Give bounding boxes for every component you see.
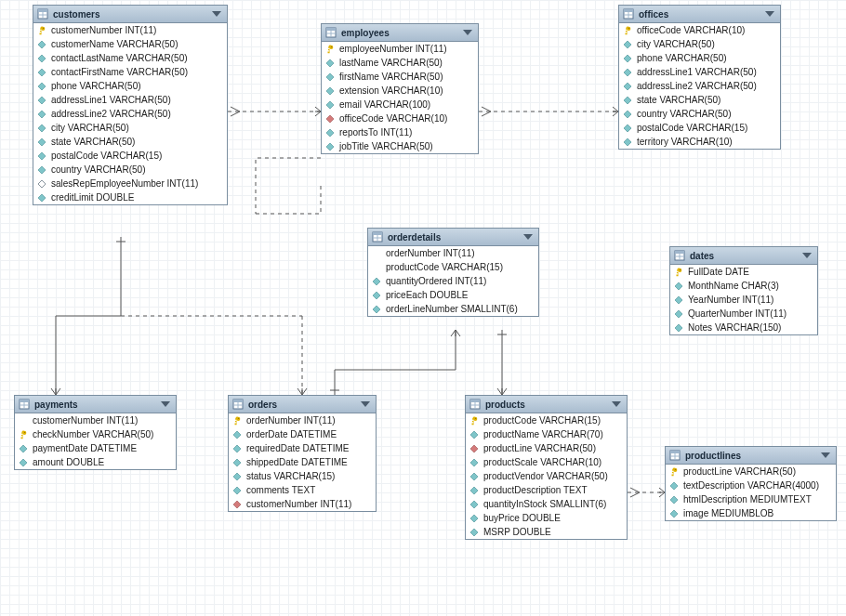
column-text: phone VARCHAR(50) xyxy=(637,53,727,63)
column-row[interactable]: customerNumber INT(11) xyxy=(15,413,176,427)
column-row[interactable]: buyPrice DOUBLE xyxy=(466,511,627,525)
column-row[interactable]: MonthName CHAR(3) xyxy=(670,279,817,293)
column-row[interactable]: city VARCHAR(50) xyxy=(619,37,780,51)
column-row[interactable]: addressLine2 VARCHAR(50) xyxy=(619,79,780,93)
entity-header[interactable]: employees xyxy=(322,24,478,42)
column-row[interactable]: orderLineNumber SMALLINT(6) xyxy=(368,302,538,316)
column-row[interactable]: image MEDIUMBLOB xyxy=(666,506,836,520)
column-row[interactable]: customerNumber INT(11) xyxy=(229,497,376,511)
entity-header[interactable]: customers xyxy=(33,6,227,23)
svg-marker-92 xyxy=(675,310,682,318)
column-row[interactable]: officeCode VARCHAR(10) xyxy=(322,111,478,125)
column-row[interactable]: employeeNumber INT(11) xyxy=(322,42,478,56)
entity-productlines[interactable]: productlinesproductLine VARCHAR(50)textD… xyxy=(665,446,837,521)
collapse-toggle-icon[interactable] xyxy=(463,30,472,35)
column-row[interactable]: customerName VARCHAR(50) xyxy=(33,37,227,51)
entity-header[interactable]: offices xyxy=(619,6,780,23)
column-row[interactable]: phone VARCHAR(50) xyxy=(619,51,780,65)
column-row[interactable]: Notes VARCHAR(150) xyxy=(670,321,817,334)
entity-orderdetails[interactable]: orderdetailsorderNumber INT(11)productCo… xyxy=(367,228,539,317)
column-row[interactable]: productLine VARCHAR(50) xyxy=(466,441,627,455)
column-row[interactable]: MSRP DOUBLE xyxy=(466,525,627,539)
column-row[interactable]: contactLastName VARCHAR(50) xyxy=(33,51,227,65)
entity-orders[interactable]: ordersorderNumber INT(11)orderDate DATET… xyxy=(228,395,377,512)
column-row[interactable]: state VARCHAR(50) xyxy=(33,135,227,149)
column-row[interactable]: amount DOUBLE xyxy=(15,455,176,469)
entity-payments[interactable]: paymentscustomerNumber INT(11)checkNumbe… xyxy=(14,395,177,470)
column-row[interactable]: productVendor VARCHAR(50) xyxy=(466,469,627,483)
column-row[interactable]: territory VARCHAR(10) xyxy=(619,135,780,149)
column-row[interactable]: productCode VARCHAR(15) xyxy=(466,413,627,427)
column-row[interactable]: salesRepEmployeeNumber INT(11) xyxy=(33,177,227,190)
column-text: orderNumber INT(11) xyxy=(246,415,336,426)
column-row[interactable]: quantityOrdered INT(11) xyxy=(368,274,538,288)
column-row[interactable]: country VARCHAR(50) xyxy=(33,163,227,177)
column-row[interactable]: productScale VARCHAR(10) xyxy=(466,455,627,469)
collapse-toggle-icon[interactable] xyxy=(765,11,774,17)
column-row[interactable]: quantityInStock SMALLINT(6) xyxy=(466,497,627,511)
entity-header[interactable]: orders xyxy=(229,396,376,413)
column-row[interactable]: paymentDate DATETIME xyxy=(15,441,176,455)
entity-offices[interactable]: officesofficeCode VARCHAR(10)city VARCHA… xyxy=(618,5,781,150)
column-row[interactable]: postalCode VARCHAR(15) xyxy=(619,121,780,135)
entity-header[interactable]: products xyxy=(466,396,627,413)
column-row[interactable]: checkNumber VARCHAR(50) xyxy=(15,427,176,441)
column-row[interactable]: productLine VARCHAR(50) xyxy=(666,465,836,478)
collapse-toggle-icon[interactable] xyxy=(361,401,370,407)
column-row[interactable]: email VARCHAR(100) xyxy=(322,98,478,111)
column-row[interactable]: productName VARCHAR(70) xyxy=(466,427,627,441)
column-row[interactable]: officeCode VARCHAR(10) xyxy=(619,23,780,37)
table-icon xyxy=(469,399,481,410)
column-row[interactable]: lastName VARCHAR(50) xyxy=(322,56,478,70)
column-row[interactable]: FullDate DATE xyxy=(670,265,817,279)
column-row[interactable]: shippedDate DATETIME xyxy=(229,455,376,469)
column-row[interactable]: YearNumber INT(11) xyxy=(670,293,817,307)
column-row[interactable]: addressLine2 VARCHAR(50) xyxy=(33,107,227,121)
collapse-toggle-icon[interactable] xyxy=(212,11,221,17)
column-row[interactable]: postalCode VARCHAR(15) xyxy=(33,149,227,163)
column-row[interactable]: requiredDate DATETIME xyxy=(229,441,376,455)
entity-header[interactable]: dates xyxy=(670,247,817,265)
entity-header[interactable]: payments xyxy=(15,396,176,413)
column-row[interactable]: reportsTo INT(11) xyxy=(322,125,478,139)
column-icon xyxy=(674,323,683,333)
entity-header[interactable]: orderdetails xyxy=(368,229,538,246)
entity-customers[interactable]: customerscustomerNumber INT(11)customerN… xyxy=(33,5,228,205)
column-row[interactable]: addressLine1 VARCHAR(50) xyxy=(33,93,227,107)
collapse-toggle-icon[interactable] xyxy=(161,401,170,407)
column-row[interactable]: contactFirstName VARCHAR(50) xyxy=(33,65,227,79)
column-row[interactable]: status VARCHAR(15) xyxy=(229,469,376,483)
column-row[interactable]: jobTitle VARCHAR(50) xyxy=(322,139,478,153)
column-row[interactable]: QuarterNumber INT(11) xyxy=(670,307,817,321)
column-row[interactable]: orderDate DATETIME xyxy=(229,427,376,441)
column-row[interactable]: orderNumber INT(11) xyxy=(368,246,538,260)
column-row[interactable]: country VARCHAR(50) xyxy=(619,107,780,121)
column-row[interactable]: phone VARCHAR(50) xyxy=(33,79,227,93)
foreign-key-icon xyxy=(325,114,335,124)
blank-icon xyxy=(19,416,28,426)
column-row[interactable]: priceEach DOUBLE xyxy=(368,288,538,302)
column-row[interactable]: addressLine1 VARCHAR(50) xyxy=(619,65,780,79)
column-row[interactable]: city VARCHAR(50) xyxy=(33,121,227,135)
collapse-toggle-icon[interactable] xyxy=(612,401,621,407)
column-row[interactable]: state VARCHAR(50) xyxy=(619,93,780,107)
column-row[interactable]: orderNumber INT(11) xyxy=(229,413,376,427)
column-row[interactable]: productDescription TEXT xyxy=(466,483,627,497)
collapse-toggle-icon[interactable] xyxy=(523,234,533,240)
column-row[interactable]: creditLimit DOUBLE xyxy=(33,190,227,204)
column-text: productCode VARCHAR(15) xyxy=(483,415,601,426)
column-row[interactable]: productCode VARCHAR(15) xyxy=(368,260,538,274)
entity-dates[interactable]: datesFullDate DATEMonthName CHAR(3)YearN… xyxy=(669,246,818,335)
entity-products[interactable]: productsproductCode VARCHAR(15)productNa… xyxy=(465,395,628,540)
column-row[interactable]: extension VARCHAR(10) xyxy=(322,84,478,98)
column-row[interactable]: firstName VARCHAR(50) xyxy=(322,70,478,84)
column-row[interactable]: customerNumber INT(11) xyxy=(33,23,227,37)
collapse-toggle-icon[interactable] xyxy=(821,452,830,458)
entity-employees[interactable]: employeesemployeeNumber INT(11)lastName … xyxy=(321,23,479,154)
primary-key-icon xyxy=(669,467,679,477)
entity-header[interactable]: productlines xyxy=(666,447,836,465)
column-row[interactable]: textDescription VARCHAR(4000) xyxy=(666,478,836,492)
collapse-toggle-icon[interactable] xyxy=(802,253,812,258)
column-row[interactable]: comments TEXT xyxy=(229,483,376,497)
column-row[interactable]: htmlDescription MEDIUMTEXT xyxy=(666,492,836,506)
